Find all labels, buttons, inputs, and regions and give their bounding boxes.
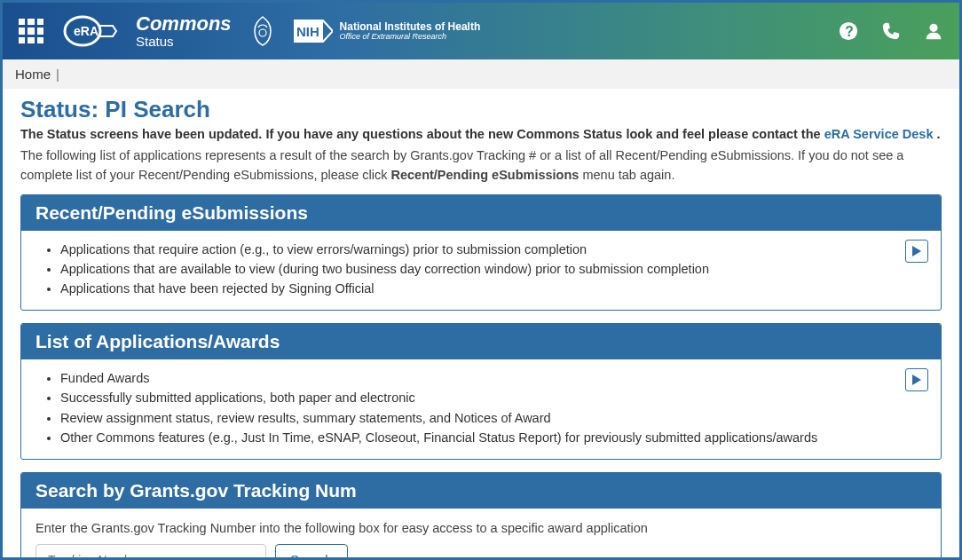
list-item: Applications that require action (e.g., … <box>60 240 927 259</box>
svg-point-2 <box>259 29 266 36</box>
search-instruction: Enter the Grants.gov Tracking Number int… <box>35 521 927 535</box>
top-bar-left: eRA Commons Status NIH National Institut… <box>19 13 480 50</box>
nih-text: National Institutes of Health Office of … <box>340 21 481 41</box>
breadcrumb-separator: | <box>56 67 59 82</box>
panel-awards-header: List of Applications/Awards <box>21 324 941 359</box>
help-icon[interactable]: ? <box>839 21 858 41</box>
play-icon <box>911 245 922 257</box>
svg-text:eRA: eRA <box>74 24 99 38</box>
panel-recent-header: Recent/Pending eSubmissions <box>21 195 941 231</box>
nih-block: NIH National Institutes of Health Office… <box>294 20 481 43</box>
search-button[interactable]: Search <box>275 544 348 560</box>
panel-search-body: Enter the Grants.gov Tracking Number int… <box>21 509 941 560</box>
panel-applications-awards: List of Applications/Awards Funded Award… <box>20 323 942 460</box>
brand-block: Commons Status <box>136 13 232 50</box>
panel-search-tracking: Search by Grants.gov Tracking Num Enter … <box>20 472 942 560</box>
notice-prefix: The Status screens have been updated. If… <box>20 127 824 141</box>
breadcrumb-home[interactable]: Home <box>15 67 51 82</box>
brand-commons: Commons <box>136 13 232 35</box>
era-logo-icon: eRA <box>61 13 118 49</box>
panel-recent-body: Applications that require action (e.g., … <box>21 231 941 310</box>
intro-bold: Recent/Pending eSubmissions <box>390 168 579 182</box>
top-bar: eRA Commons Status NIH National Institut… <box>3 3 959 59</box>
recent-list: Applications that require action (e.g., … <box>35 240 927 299</box>
list-item: Other Commons features (e.g., Just In Ti… <box>60 428 927 447</box>
list-item: Review assignment status, review results… <box>60 408 927 428</box>
svg-text:NIH: NIH <box>296 24 319 39</box>
list-item: Applications that have been rejected by … <box>60 279 927 298</box>
top-bar-right: ? <box>839 21 943 41</box>
nih-logo-icon: NIH <box>294 20 333 43</box>
apps-grid-icon[interactable] <box>19 19 43 43</box>
list-item: Funded Awards <box>60 368 927 388</box>
tracking-number-input[interactable] <box>35 544 266 560</box>
awards-list: Funded Awards Successfully submitted app… <box>35 368 927 448</box>
panel-awards-body: Funded Awards Successfully submitted app… <box>21 359 941 459</box>
expand-awards-button[interactable] <box>905 368 928 391</box>
search-row: Search <box>35 544 927 560</box>
intro-part2: menu tab again. <box>582 168 674 182</box>
nih-line2: Office of Extramural Research <box>340 33 481 41</box>
play-icon <box>911 374 922 386</box>
hhs-logo-icon <box>249 15 276 47</box>
expand-recent-button[interactable] <box>905 240 928 263</box>
phone-icon[interactable] <box>881 21 901 41</box>
user-icon[interactable] <box>924 21 943 41</box>
brand-status: Status <box>136 35 232 50</box>
svg-point-7 <box>929 24 937 32</box>
intro-text: The following list of applications repre… <box>20 146 942 185</box>
list-item: Successfully submitted applications, bot… <box>60 388 927 407</box>
notice-suffix: . <box>936 127 940 141</box>
panel-search-header: Search by Grants.gov Tracking Num <box>21 473 941 509</box>
breadcrumb: Home | <box>3 59 959 89</box>
content-area: Status: PI Search The Status screens hav… <box>3 89 959 560</box>
panel-recent-esubmissions: Recent/Pending eSubmissions Applications… <box>20 194 942 311</box>
notice-line: The Status screens have been updated. If… <box>20 127 942 141</box>
page-title: Status: PI Search <box>20 96 942 123</box>
svg-text:?: ? <box>845 24 854 39</box>
service-desk-link[interactable]: eRA Service Desk <box>824 127 934 141</box>
nih-line1: National Institutes of Health <box>340 21 481 33</box>
list-item: Applications that are available to view … <box>60 259 927 279</box>
